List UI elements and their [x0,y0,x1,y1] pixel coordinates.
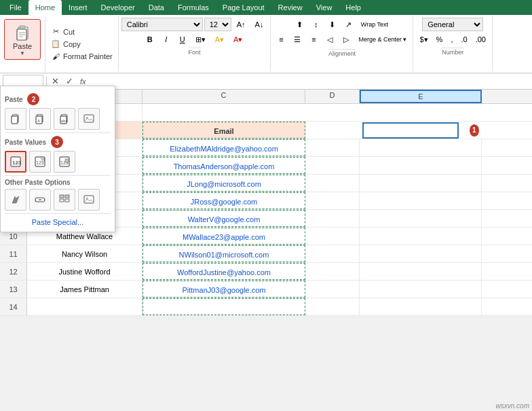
cell-e[interactable] [360,298,482,315]
row-num[interactable]: 11 [0,245,27,262]
cell-email[interactable]: JLong@microsoft.com [142,175,305,192]
cell-email[interactable]: PittmanJ03@google.com [142,281,305,298]
comma-btn[interactable]: , [447,33,456,46]
other-paste-btn-3[interactable] [54,189,75,211]
increase-decimal-btn[interactable]: .00 [472,33,489,46]
cancel-formula-btn[interactable]: ✕ [50,76,61,86]
col-header-e[interactable]: E [360,90,482,103]
cell-name[interactable] [27,298,142,315]
paste-values-format-btn-2[interactable]: 123 [54,151,75,173]
wrap-text-btn[interactable]: Wrap Text [358,18,392,31]
paste-button[interactable]: Paste ▼ [4,19,41,60]
row-num[interactable]: 13 [0,281,27,298]
cell-e[interactable] [360,157,482,174]
cell-e[interactable] [360,175,482,192]
cell-email[interactable]: ElizabethMAldridge@yahoo.com [142,139,305,156]
tab-data[interactable]: Data [142,0,171,15]
tab-page-layout[interactable]: Page Layout [216,0,271,15]
paste-option-2[interactable]: A [29,108,51,130]
cell-c4[interactable] [142,104,305,121]
cell-name[interactable]: James Pittman [27,281,142,298]
cell-c5-header[interactable]: Email [142,122,305,139]
cell-d4[interactable] [305,104,360,121]
number-format-select[interactable]: General [422,18,483,31]
tab-home[interactable]: Home [28,0,62,15]
italic-button[interactable]: I [159,33,174,46]
cell-email[interactable]: NWilson01@microsoft.com [142,245,305,262]
cell-d[interactable] [305,210,360,227]
confirm-formula-btn[interactable]: ✓ [64,76,75,86]
align-middle-btn[interactable]: ↕ [309,18,324,31]
tab-insert[interactable]: Insert [62,0,94,15]
other-paste-btn-4[interactable] [78,189,100,211]
underline-button[interactable]: U [175,33,190,46]
tab-developer[interactable]: Developer [94,0,142,15]
cell-email[interactable]: WalterV@google.com [142,210,305,227]
other-paste-btn-2[interactable] [29,189,51,211]
tab-formulas[interactable]: Formulas [171,0,216,15]
cell-e[interactable] [360,210,482,227]
cell-e[interactable] [360,192,482,209]
cell-email[interactable]: MWallace23@apple.com [142,228,305,245]
increase-indent-btn[interactable]: ▷ [339,33,354,46]
cell-d[interactable] [305,245,360,262]
formula-input[interactable] [91,77,529,86]
cell-email[interactable] [142,298,305,315]
cell-email[interactable]: ThomasAnderson@apple.com [142,157,305,174]
bold-button[interactable]: B [142,33,157,46]
decrease-font-btn[interactable]: A↓ [251,18,268,31]
cell-d[interactable] [305,175,360,192]
cell-e5[interactable]: 1 [360,122,482,139]
align-top-btn[interactable]: ⬆ [292,18,307,31]
increase-font-btn[interactable]: A↑ [233,18,250,31]
cell-d[interactable] [305,157,360,174]
highlighted-cell-e5[interactable] [362,122,459,139]
other-paste-btn-1[interactable] [5,189,26,211]
paste-values-btn[interactable]: 123 [5,151,26,173]
cell-d[interactable] [305,228,360,245]
text-rotation-btn[interactable]: ↗ [341,18,356,31]
decrease-indent-btn[interactable]: ◁ [322,33,337,46]
cell-e[interactable] [360,281,482,298]
cell-e[interactable] [360,228,482,245]
font-size-select[interactable]: 12 [204,18,231,31]
cell-d[interactable] [305,192,360,209]
copy-button[interactable]: 📋 Copy [48,38,115,50]
cell-d[interactable] [305,139,360,156]
cell-email[interactable]: WoffordJustine@yahoo.com [142,263,305,280]
cell-name[interactable]: Justine Wofford [27,263,142,280]
cell-d5[interactable] [305,122,360,139]
merge-center-btn[interactable]: Merge & Center ▾ [355,33,410,46]
font-color-btn[interactable]: A▾ [229,33,246,46]
cut-button[interactable]: ✂ Cut [48,26,115,38]
align-right-btn[interactable]: ≡ [306,33,321,46]
cell-e[interactable] [360,263,482,280]
percent-btn[interactable]: % [433,33,446,46]
cell-email[interactable]: JRoss@google.com [142,192,305,209]
paste-option-1[interactable] [5,108,26,130]
col-header-d[interactable]: D [305,90,360,103]
currency-btn[interactable]: $▾ [416,33,431,46]
insert-function-btn[interactable]: fx [78,77,88,86]
cell-e[interactable] [360,139,482,156]
tab-review[interactable]: Review [271,0,309,15]
border-btn[interactable]: ⊞▾ [191,33,210,46]
tab-help[interactable]: Help [339,0,368,15]
cell-d[interactable] [305,281,360,298]
row-num[interactable]: 12 [0,263,27,280]
cell-e[interactable] [360,245,482,262]
font-name-select[interactable]: Calibri [121,18,203,31]
col-header-c[interactable]: C [142,90,305,103]
cell-e4[interactable] [360,104,482,121]
tab-view[interactable]: View [309,0,339,15]
cell-d[interactable] [305,263,360,280]
tab-file[interactable]: File [3,0,28,15]
align-bottom-btn[interactable]: ⬇ [325,18,340,31]
row-num[interactable]: 14 [0,298,27,315]
format-painter-button[interactable]: 🖌 Format Painter [48,50,115,62]
decrease-decimal-btn[interactable]: .0 [457,33,470,46]
paste-option-3[interactable]: abc [54,108,75,130]
paste-values-format-btn[interactable]: 123% [29,151,51,173]
paste-special-link[interactable]: Paste Special... [5,217,111,228]
align-left-btn[interactable]: ≡ [273,33,288,46]
